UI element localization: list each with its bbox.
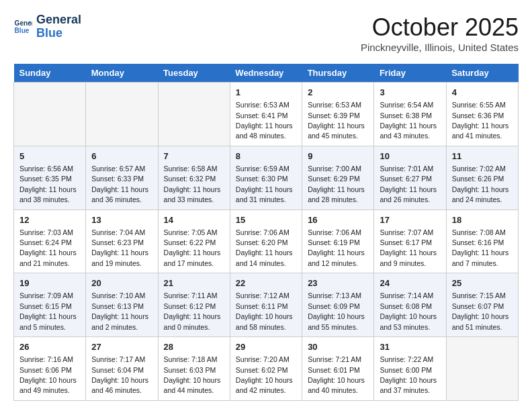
calendar-cell: 4Sunrise: 6:55 AM Sunset: 6:36 PM Daylig… bbox=[446, 83, 518, 146]
calendar-cell bbox=[86, 83, 158, 146]
day-number: 17 bbox=[380, 214, 440, 226]
day-number: 24 bbox=[380, 277, 440, 289]
month-title: October 2025 bbox=[361, 13, 519, 42]
calendar-cell: 23Sunrise: 7:13 AM Sunset: 6:09 PM Dayli… bbox=[302, 273, 374, 337]
calendar-cell: 6Sunrise: 6:57 AM Sunset: 6:33 PM Daylig… bbox=[86, 146, 158, 210]
location: Pinckneyville, Illinois, United States bbox=[361, 42, 519, 53]
day-header-monday: Monday bbox=[86, 64, 158, 83]
calendar-cell: 31Sunrise: 7:22 AM Sunset: 6:00 PM Dayli… bbox=[374, 337, 446, 401]
calendar-week-row: 1Sunrise: 6:53 AM Sunset: 6:41 PM Daylig… bbox=[14, 83, 519, 146]
day-header-sunday: Sunday bbox=[14, 64, 86, 83]
day-number: 13 bbox=[91, 214, 152, 226]
calendar-cell: 15Sunrise: 7:06 AM Sunset: 6:20 PM Dayli… bbox=[230, 210, 302, 273]
calendar-cell: 26Sunrise: 7:16 AM Sunset: 6:06 PM Dayli… bbox=[14, 337, 86, 401]
day-info: Sunrise: 6:57 AM Sunset: 6:33 PM Dayligh… bbox=[91, 165, 148, 203]
calendar-cell bbox=[14, 83, 86, 146]
day-info: Sunrise: 7:05 AM Sunset: 6:22 PM Dayligh… bbox=[164, 228, 221, 267]
day-info: Sunrise: 7:06 AM Sunset: 6:19 PM Dayligh… bbox=[308, 228, 365, 267]
calendar-cell: 24Sunrise: 7:14 AM Sunset: 6:08 PM Dayli… bbox=[374, 273, 446, 337]
day-info: Sunrise: 7:18 AM Sunset: 6:03 PM Dayligh… bbox=[164, 355, 221, 394]
day-number: 9 bbox=[308, 150, 368, 163]
calendar-cell: 2Sunrise: 6:53 AM Sunset: 6:39 PM Daylig… bbox=[302, 83, 374, 146]
day-info: Sunrise: 7:22 AM Sunset: 6:00 PM Dayligh… bbox=[380, 355, 437, 394]
day-info: Sunrise: 6:56 AM Sunset: 6:35 PM Dayligh… bbox=[19, 165, 77, 203]
day-number: 31 bbox=[380, 341, 440, 353]
logo: General Blue General Blue bbox=[13, 13, 81, 40]
day-number: 7 bbox=[164, 150, 224, 163]
calendar-cell: 9Sunrise: 7:00 AM Sunset: 6:29 PM Daylig… bbox=[302, 146, 374, 210]
day-number: 26 bbox=[19, 341, 80, 353]
day-header-friday: Friday bbox=[374, 64, 446, 83]
day-info: Sunrise: 7:13 AM Sunset: 6:09 PM Dayligh… bbox=[308, 291, 365, 330]
title-section: October 2025 Pinckneyville, Illinois, Un… bbox=[361, 13, 519, 53]
day-number: 5 bbox=[19, 150, 80, 163]
calendar-cell: 17Sunrise: 7:07 AM Sunset: 6:17 PM Dayli… bbox=[374, 210, 446, 273]
calendar-cell: 10Sunrise: 7:01 AM Sunset: 6:27 PM Dayli… bbox=[374, 146, 446, 210]
calendar-cell: 18Sunrise: 7:08 AM Sunset: 6:16 PM Dayli… bbox=[446, 210, 518, 273]
calendar-cell: 3Sunrise: 6:54 AM Sunset: 6:38 PM Daylig… bbox=[374, 83, 446, 146]
day-number: 23 bbox=[308, 277, 368, 289]
day-info: Sunrise: 7:07 AM Sunset: 6:17 PM Dayligh… bbox=[380, 228, 437, 267]
calendar-cell: 27Sunrise: 7:17 AM Sunset: 6:04 PM Dayli… bbox=[86, 337, 158, 401]
day-info: Sunrise: 7:06 AM Sunset: 6:20 PM Dayligh… bbox=[236, 228, 293, 267]
calendar-cell: 11Sunrise: 7:02 AM Sunset: 6:26 PM Dayli… bbox=[446, 146, 518, 210]
calendar-cell bbox=[158, 83, 230, 146]
calendar-cell: 21Sunrise: 7:11 AM Sunset: 6:12 PM Dayli… bbox=[158, 273, 230, 337]
day-number: 25 bbox=[452, 277, 513, 289]
day-info: Sunrise: 7:12 AM Sunset: 6:11 PM Dayligh… bbox=[236, 291, 293, 330]
calendar-cell: 22Sunrise: 7:12 AM Sunset: 6:11 PM Dayli… bbox=[230, 273, 302, 337]
logo-line2: Blue bbox=[36, 27, 81, 40]
svg-text:Blue: Blue bbox=[15, 27, 30, 34]
day-info: Sunrise: 7:09 AM Sunset: 6:15 PM Dayligh… bbox=[19, 291, 77, 330]
day-info: Sunrise: 6:54 AM Sunset: 6:38 PM Dayligh… bbox=[380, 101, 437, 140]
day-number: 4 bbox=[452, 87, 513, 99]
day-number: 8 bbox=[236, 150, 296, 163]
day-number: 16 bbox=[308, 214, 368, 226]
calendar-header-row: SundayMondayTuesdayWednesdayThursdayFrid… bbox=[14, 64, 519, 83]
day-number: 28 bbox=[164, 341, 224, 353]
svg-text:General: General bbox=[15, 19, 32, 27]
day-header-wednesday: Wednesday bbox=[230, 64, 302, 83]
calendar-cell: 7Sunrise: 6:58 AM Sunset: 6:32 PM Daylig… bbox=[158, 146, 230, 210]
calendar-week-row: 19Sunrise: 7:09 AM Sunset: 6:15 PM Dayli… bbox=[14, 273, 519, 337]
day-info: Sunrise: 7:20 AM Sunset: 6:02 PM Dayligh… bbox=[236, 355, 293, 394]
calendar-cell: 29Sunrise: 7:20 AM Sunset: 6:02 PM Dayli… bbox=[230, 337, 302, 401]
day-info: Sunrise: 7:01 AM Sunset: 6:27 PM Dayligh… bbox=[380, 165, 437, 203]
calendar-cell: 25Sunrise: 7:15 AM Sunset: 6:07 PM Dayli… bbox=[446, 273, 518, 337]
day-number: 2 bbox=[308, 87, 368, 99]
logo-line1: General bbox=[36, 13, 81, 27]
calendar-cell: 16Sunrise: 7:06 AM Sunset: 6:19 PM Dayli… bbox=[302, 210, 374, 273]
calendar-cell: 30Sunrise: 7:21 AM Sunset: 6:01 PM Dayli… bbox=[302, 337, 374, 401]
day-number: 20 bbox=[91, 277, 152, 289]
day-number: 21 bbox=[164, 277, 224, 289]
day-info: Sunrise: 7:08 AM Sunset: 6:16 PM Dayligh… bbox=[452, 228, 509, 267]
day-number: 12 bbox=[19, 214, 80, 226]
calendar-cell: 1Sunrise: 6:53 AM Sunset: 6:41 PM Daylig… bbox=[230, 83, 302, 146]
day-number: 3 bbox=[380, 87, 440, 99]
calendar-cell: 13Sunrise: 7:04 AM Sunset: 6:23 PM Dayli… bbox=[86, 210, 158, 273]
day-number: 19 bbox=[19, 277, 80, 289]
calendar-cell: 5Sunrise: 6:56 AM Sunset: 6:35 PM Daylig… bbox=[14, 146, 86, 210]
day-info: Sunrise: 7:04 AM Sunset: 6:23 PM Dayligh… bbox=[91, 228, 148, 267]
calendar-cell: 8Sunrise: 6:59 AM Sunset: 6:30 PM Daylig… bbox=[230, 146, 302, 210]
day-info: Sunrise: 6:58 AM Sunset: 6:32 PM Dayligh… bbox=[164, 165, 221, 203]
calendar-week-row: 12Sunrise: 7:03 AM Sunset: 6:24 PM Dayli… bbox=[14, 210, 519, 273]
day-header-tuesday: Tuesday bbox=[158, 64, 230, 83]
day-number: 30 bbox=[308, 341, 368, 353]
day-header-saturday: Saturday bbox=[446, 64, 518, 83]
day-number: 22 bbox=[236, 277, 296, 289]
day-number: 18 bbox=[452, 214, 513, 226]
calendar-cell: 20Sunrise: 7:10 AM Sunset: 6:13 PM Dayli… bbox=[86, 273, 158, 337]
day-number: 14 bbox=[164, 214, 224, 226]
calendar-cell: 12Sunrise: 7:03 AM Sunset: 6:24 PM Dayli… bbox=[14, 210, 86, 273]
calendar-week-row: 5Sunrise: 6:56 AM Sunset: 6:35 PM Daylig… bbox=[14, 146, 519, 210]
day-info: Sunrise: 7:00 AM Sunset: 6:29 PM Dayligh… bbox=[308, 165, 365, 203]
day-info: Sunrise: 7:17 AM Sunset: 6:04 PM Dayligh… bbox=[91, 355, 148, 394]
day-info: Sunrise: 6:53 AM Sunset: 6:41 PM Dayligh… bbox=[236, 101, 293, 140]
day-number: 11 bbox=[452, 150, 513, 163]
day-info: Sunrise: 6:59 AM Sunset: 6:30 PM Dayligh… bbox=[236, 165, 293, 203]
day-number: 6 bbox=[91, 150, 152, 163]
day-info: Sunrise: 7:11 AM Sunset: 6:12 PM Dayligh… bbox=[164, 291, 221, 330]
day-number: 15 bbox=[236, 214, 296, 226]
calendar-cell: 14Sunrise: 7:05 AM Sunset: 6:22 PM Dayli… bbox=[158, 210, 230, 273]
